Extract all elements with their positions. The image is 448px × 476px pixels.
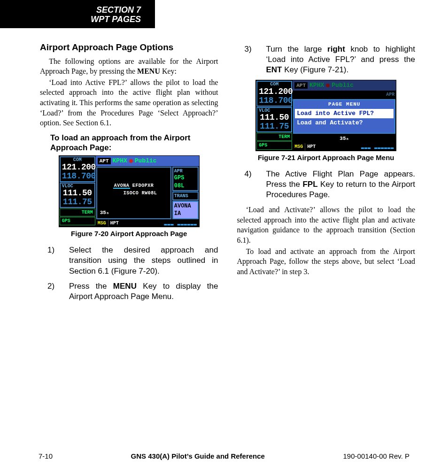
step-3-num: 3) — [237, 44, 266, 75]
apr-box: APR GPS 08L — [172, 167, 199, 191]
map-course-line-icon — [113, 188, 130, 189]
msg-indicator: MSG — [96, 220, 108, 227]
section-title: WPT PAGES — [0, 15, 141, 24]
step-3-body: Turn the large right knob to highlight ‘… — [266, 44, 416, 75]
com-active-21: 121.200 — [259, 87, 290, 96]
trans-value-box: AVONA IA — [172, 201, 199, 219]
apt-dot-icon-21 — [326, 84, 330, 87]
heading-approach-options: Airport Approach Page Options — [40, 41, 218, 54]
load-activate-note: To load and activate an approach from th… — [237, 246, 416, 277]
menu-key-label: MENU — [137, 67, 160, 75]
intro-text-a: The following options are available for … — [40, 57, 218, 76]
page-menu-title: PAGE MENU — [295, 101, 394, 108]
step-4: 4) The Active Flight Plan Page appears. … — [237, 169, 416, 200]
apt-bar: APT KPHX Public — [96, 156, 199, 166]
footer-title: GNS 430(A) Pilot’s Guide and Reference — [131, 452, 265, 460]
content-columns: Airport Approach Page Options The follow… — [40, 41, 415, 307]
ent-key-label: ENT — [266, 65, 282, 74]
map-waypoint-2: ISOCO RW08L — [124, 190, 157, 197]
vloc-box-21: VLOC 111.50 111.75 — [256, 107, 292, 132]
left-column: Airport Approach Page Options The follow… — [40, 41, 218, 307]
step-2-num: 2) — [40, 281, 69, 302]
figure-7-20: COM 121.200 118.700 VLOC 111.50 111.75 T… — [40, 155, 218, 227]
map-area: AVONA EFDOPXR ISOCO RW08L 35ₙ — [96, 167, 171, 219]
page-number: 7-10 — [39, 452, 53, 460]
apt-code-21: KPHX — [309, 81, 324, 90]
gps-screen-7-21: COM 121.200 118.700 VLOC 111.50 111.75 T… — [255, 80, 396, 151]
step-1-num: 1) — [40, 245, 69, 276]
section-number: SECTION 7 — [0, 6, 141, 15]
com-standby-freq: 118.700 — [62, 172, 93, 181]
side-boxes: APR GPS 08L TRANS AVONA IA — [172, 166, 199, 220]
step-2: 2) Press the MENU Key to display the Air… — [40, 281, 218, 302]
term-indicator: TERM — [60, 208, 95, 217]
section-tab: SECTION 7 WPT PAGES — [0, 0, 155, 28]
apt-public: Public — [135, 157, 157, 165]
apt-public-21: Public — [332, 81, 354, 90]
msg-indicator-21: MSG — [293, 143, 305, 151]
apr-label: APR — [174, 168, 197, 175]
step-1-body: Select the desired approach and transiti… — [69, 245, 218, 276]
page-footer: 7-10 GNS 430(A) Pilot’s Guide and Refere… — [39, 452, 409, 460]
apt-code: KPHX — [113, 157, 127, 165]
gps-bottom-bar: MSG HPT ▂▂▂ ▂▂▂▂▂▂ — [96, 220, 199, 227]
map-scale: 35ₙ — [100, 209, 109, 216]
term-indicator-21: TERM — [256, 133, 292, 141]
apr-val1: GPS — [174, 174, 197, 182]
vloc-standby-21: 111.75 — [259, 122, 290, 131]
trans-label: TRANS — [174, 193, 197, 200]
menu-item-load-fpl[interactable]: Load into Active FPL? — [295, 109, 394, 118]
load-activate-paragraph: ‘Load and Activate?’ allows the pilot to… — [237, 205, 416, 245]
page: SECTION 7 WPT PAGES Airport Approach Pag… — [0, 0, 448, 476]
menu-key-label-2: MENU — [113, 282, 137, 291]
intro-paragraph: The following options are available for … — [40, 56, 218, 77]
gps-bottom-bar-21: MSG HPT ▂▂▂ ▂▂▂▂▂▂ — [293, 143, 396, 151]
step-4-body: The Active Flight Plan Page appears. Pre… — [266, 169, 416, 200]
instruction-heading: To load an approach from the Airport App… — [50, 133, 218, 153]
apt-tag-21: APT — [294, 82, 308, 89]
step-2-body: Press the MENU Key to display the Airpor… — [69, 281, 218, 302]
com-active-freq: 121.200 — [62, 163, 93, 172]
page-bars-icon-21: ▂▂▂ ▂▂▂▂▂▂ — [317, 143, 396, 151]
page-bars-icon: ▂▂▂ ▂▂▂▂▂▂ — [121, 220, 199, 227]
apt-dot-icon — [129, 159, 133, 163]
figure-7-21-caption: Figure 7-21 Airport Approach Page Menu — [237, 153, 416, 162]
apr-label-21: APR — [293, 91, 395, 99]
gps-screen-7-20: COM 121.200 118.700 VLOC 111.50 111.75 T… — [59, 155, 200, 227]
step-1: 1) Select the desired approach and trans… — [40, 245, 218, 276]
trans-label-box: TRANS — [172, 192, 199, 201]
step-4-num: 4) — [237, 169, 266, 200]
hpt-indicator: HPT — [108, 220, 121, 227]
hpt-indicator-21: HPT — [305, 143, 317, 151]
load-fpl-paragraph: ‘Load into Active FPL?’ allows the pilot… — [40, 77, 218, 128]
menu-item-load-activate[interactable]: Load and Activate? — [295, 118, 394, 128]
gps-indicator-21: GPS — [256, 141, 292, 150]
apt-bar-21: APT KPHX Public — [293, 80, 396, 91]
figure-7-20-caption: Figure 7-20 Airport Approach Page — [40, 229, 218, 238]
com-box: COM 121.200 118.700 — [60, 156, 95, 182]
fpl-key-label: FPL — [302, 180, 317, 189]
vloc-active-21: 111.50 — [259, 113, 290, 122]
com-box-21: COM 121.200 118.700 — [256, 81, 292, 106]
figure-7-21: COM 121.200 118.700 VLOC 111.50 111.75 T… — [237, 80, 416, 151]
vloc-active-freq: 111.50 — [62, 189, 93, 198]
apt-tag: APT — [98, 158, 111, 165]
menu-under-scale: 35ₙ — [293, 134, 396, 143]
intro-text-c: Key: — [160, 67, 177, 75]
vloc-standby-freq: 111.75 — [62, 198, 93, 207]
step-3: 3) Turn the large right knob to highligh… — [237, 44, 416, 75]
gps-indicator: GPS — [60, 217, 95, 225]
com-standby-21: 118.700 — [259, 96, 290, 105]
vloc-box: VLOC 111.50 111.75 — [60, 183, 95, 208]
apr-val2: 08L — [174, 182, 197, 190]
right-column: 3) Turn the large right knob to highligh… — [237, 41, 416, 307]
right-knob-label: right — [327, 45, 345, 54]
trans-value: AVONA IA — [174, 202, 197, 217]
page-menu: PAGE MENU Load into Active FPL? Load and… — [293, 99, 395, 134]
footer-doc-id: 190-00140-00 Rev. P — [343, 452, 409, 460]
